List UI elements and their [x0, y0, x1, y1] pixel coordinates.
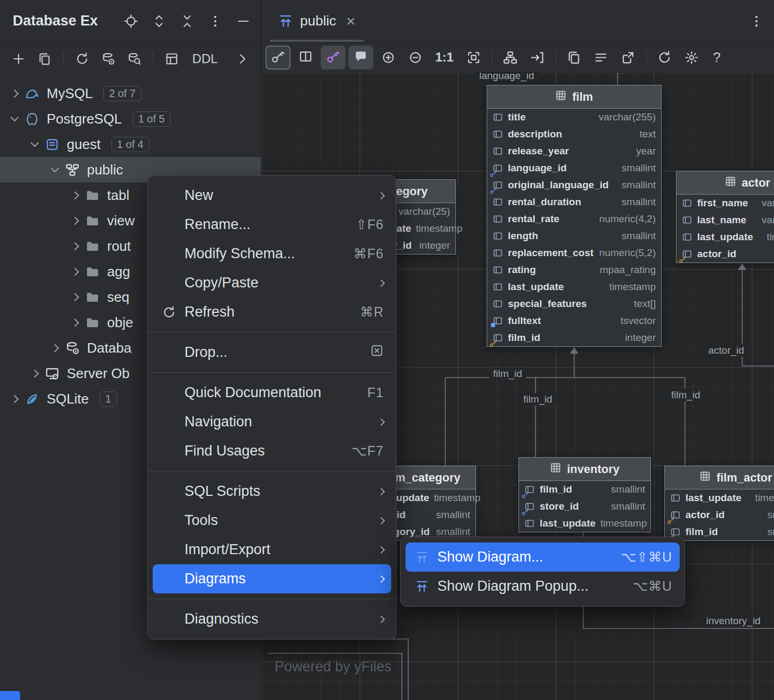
table-header[interactable]: actor — [676, 171, 774, 195]
select-opened-element-icon[interactable] — [124, 14, 138, 28]
find-datasource-button[interactable] — [124, 48, 145, 70]
show-comments-toggle[interactable] — [348, 46, 373, 69]
refresh-button[interactable] — [71, 48, 93, 70]
hide-panel-icon[interactable] — [236, 14, 250, 28]
table-column-row[interactable]: lengthsmallint — [487, 228, 661, 244]
tree-item-mysql[interactable]: MySQL2 of 7 — [0, 81, 261, 106]
table-column-row[interactable]: fulltexttsvector — [487, 312, 661, 329]
table-column-row[interactable]: release_yearyear — [487, 143, 661, 160]
export-diagram-button[interactable] — [616, 46, 640, 69]
chevron-icon[interactable] — [51, 344, 59, 352]
collapse-all-icon[interactable] — [180, 14, 194, 28]
menu-item-find-usages[interactable]: Find Usages⌥F7 — [153, 436, 391, 466]
diagrams-submenu: Show Diagram...⌥⇧⌘UShow Diagram Popup...… — [400, 537, 685, 607]
show-column-panels-toggle[interactable] — [293, 46, 318, 69]
table-header[interactable]: inventory — [519, 458, 650, 481]
tab-close-icon[interactable]: × — [346, 13, 356, 29]
table-header[interactable]: film — [487, 85, 661, 109]
menu-item-diagnostics[interactable]: Diagnostics — [153, 605, 391, 634]
new-table-button[interactable] — [161, 48, 182, 70]
table-column-row[interactable]: rental_durationsmallint — [487, 194, 661, 211]
menu-item-import-export[interactable]: Import/Export — [153, 535, 391, 564]
menu-item-copy-paste[interactable]: Copy/Paste — [153, 268, 391, 298]
chevron-icon[interactable] — [31, 138, 39, 147]
menu-item-modify-schema-[interactable]: Modify Schema...⌘F6 — [153, 239, 391, 268]
chevron-icon[interactable] — [71, 293, 80, 301]
chevron-icon[interactable] — [51, 164, 59, 172]
more-toolbar-icon[interactable] — [232, 48, 253, 70]
datasource-properties-button[interactable] — [97, 48, 119, 70]
table-column-row[interactable]: replacement_costnumeric(5,2) — [487, 244, 661, 261]
tab-public[interactable]: public × — [268, 0, 366, 42]
table-column-row[interactable]: last_namevarchar(45) — [676, 212, 774, 229]
table-column-row[interactable]: ratingmpaa_rating — [487, 261, 661, 278]
table-column-row[interactable]: last_updatetimestamp — [519, 515, 650, 532]
menu-item-quick-documentation[interactable]: Quick DocumentationF1 — [153, 378, 391, 407]
table-column-row[interactable]: rental_ratenumeric(4,2) — [487, 211, 661, 228]
chevron-icon[interactable] — [71, 242, 80, 250]
table-column-row[interactable]: last_updatetimestamp — [487, 278, 661, 295]
table-node-inventory[interactable]: inventoryfilm_idsmallintstore_idsmallint… — [518, 457, 651, 532]
table-column-row[interactable]: store_idsmallint — [519, 498, 650, 515]
show-key-columns-toggle[interactable] — [266, 46, 291, 69]
menu-item-show-diagram-[interactable]: Show Diagram...⌥⇧⌘U — [406, 542, 680, 572]
table-column-row[interactable]: last_updatetimestamp — [676, 229, 774, 246]
copy-diagram-button[interactable] — [562, 46, 586, 69]
chevron-icon[interactable] — [31, 369, 39, 378]
tree-item-guest[interactable]: guest1 of 4 — [0, 132, 261, 157]
menu-item-label: Diagrams — [184, 571, 369, 587]
actual-size-button[interactable]: 1:1 — [430, 50, 459, 65]
zoom-in-button[interactable] — [376, 46, 400, 69]
menu-item-drop-[interactable]: Drop... — [153, 338, 391, 367]
table-column-row[interactable]: actor_idinteger — [676, 246, 774, 262]
editor-options-icon[interactable] — [750, 14, 763, 28]
chevron-icon[interactable] — [11, 113, 19, 121]
menu-item-new[interactable]: New — [153, 181, 391, 210]
table-node-film_actor[interactable]: film_actorlast_updatetimestampactor_idsm… — [664, 466, 774, 541]
expand-all-icon[interactable] — [152, 14, 166, 28]
panel-options-icon[interactable] — [208, 14, 222, 28]
apply-layout-button[interactable] — [498, 46, 523, 69]
menu-item-diagrams[interactable]: Diagrams — [153, 564, 391, 593]
table-column-row[interactable]: first_namevarchar(45) — [676, 195, 774, 212]
chevron-icon[interactable] — [11, 89, 19, 98]
table-column-row[interactable]: titlevarchar(255) — [487, 109, 661, 126]
table-column-row[interactable]: descriptiontext — [487, 126, 661, 143]
menu-item-show-diagram-popup-[interactable]: Show Diagram Popup...⌥⌘U — [406, 572, 680, 601]
chevron-icon[interactable] — [71, 318, 80, 327]
table-column-row[interactable]: original_language_idsmallint — [487, 177, 661, 194]
table-column-row[interactable]: last_updatetimestamp — [665, 489, 774, 506]
duplicate-button[interactable] — [33, 48, 55, 70]
menu-item-tools[interactable]: Tools — [153, 506, 391, 535]
table-column-row[interactable]: special_featurestext[] — [487, 295, 661, 312]
table-column-row[interactable]: language_idsmallint — [487, 160, 661, 177]
refresh-diagram-button[interactable] — [653, 46, 677, 69]
show-keys-toggle[interactable] — [321, 46, 346, 69]
show-list-button[interactable] — [589, 46, 613, 69]
settings-button[interactable] — [680, 46, 704, 69]
panel-title: Database Ex — [13, 13, 98, 29]
ddl-button[interactable]: DDL — [187, 51, 223, 66]
table-column-row[interactable]: actor_idsmallint — [665, 506, 774, 523]
toolbar-divider — [492, 50, 492, 64]
chevron-icon[interactable] — [11, 395, 19, 403]
zoom-out-button[interactable] — [403, 46, 427, 69]
fit-content-button[interactable] — [462, 46, 486, 69]
table-column-row[interactable]: film_idinteger — [487, 329, 661, 346]
menu-item-navigation[interactable]: Navigation — [153, 407, 391, 436]
menu-item-refresh[interactable]: Refresh⌘R — [153, 298, 391, 327]
new-datasource-button[interactable] — [7, 48, 29, 70]
help-button[interactable]: ? — [707, 49, 727, 66]
tree-item-postgresql[interactable]: PostgreSQL1 of 5 — [0, 106, 261, 132]
db-gear-icon — [65, 341, 80, 355]
table-column-row[interactable]: film_idsmallint — [519, 481, 650, 498]
chevron-icon[interactable] — [71, 267, 80, 276]
chevron-icon[interactable] — [71, 191, 80, 199]
menu-item-sql-scripts[interactable]: SQL Scripts — [153, 477, 391, 506]
route-edges-button[interactable] — [525, 46, 550, 69]
table-node-actor[interactable]: actorfirst_namevarchar(45)last_namevarch… — [676, 171, 774, 263]
chevron-icon[interactable] — [71, 216, 80, 225]
table-node-film[interactable]: filmtitlevarchar(255)descriptiontextrele… — [487, 85, 662, 347]
menu-item-rename-[interactable]: Rename...⇧F6 — [153, 210, 391, 239]
table-header[interactable]: film_actor — [665, 466, 774, 489]
